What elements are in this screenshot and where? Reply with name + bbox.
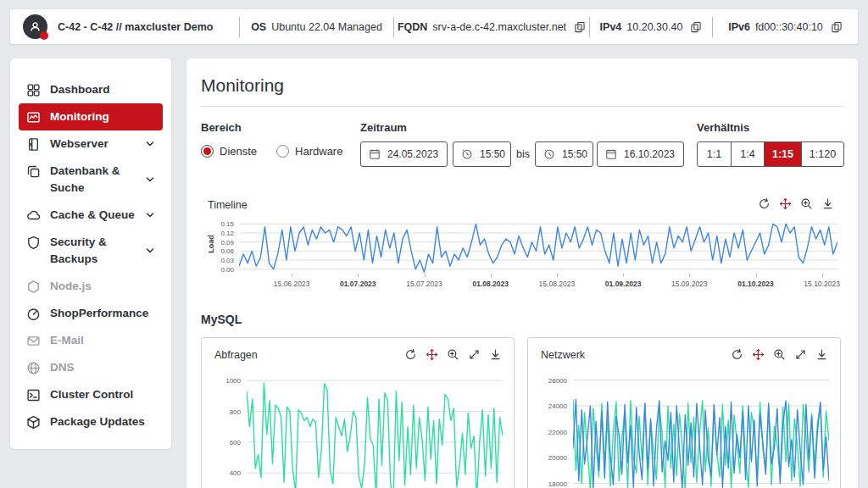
sidebar-item-label: Security & Backups — [50, 234, 136, 268]
bis-label: bis — [516, 148, 530, 160]
move-icon — [752, 348, 765, 361]
netzwerk-chart[interactable] — [573, 374, 829, 488]
radio-dot — [276, 145, 289, 158]
y-tick-label: 0.00 — [220, 265, 234, 273]
sidebar-item-label: Datenbank & Suche — [50, 163, 136, 197]
ratio-button-1-1[interactable]: 1:1 — [698, 142, 731, 166]
expand-button[interactable] — [794, 348, 807, 361]
move-icon — [779, 197, 792, 210]
radio-hardware[interactable]: Hardware — [276, 145, 342, 158]
person-icon — [28, 19, 42, 34]
time-from-value: 15:50 — [480, 148, 505, 160]
copy-icon[interactable] — [831, 21, 843, 33]
sidebar-item-cache-queue[interactable]: Cache & Queue — [19, 202, 163, 229]
sidebar-item-label: Node.js — [50, 278, 92, 295]
date-to-input[interactable]: 16.10.2023 — [597, 141, 684, 167]
radio-dienste[interactable]: Dienste — [201, 145, 257, 158]
chevron-down-icon — [145, 139, 155, 149]
zoom-in-button[interactable] — [773, 348, 786, 361]
move-button[interactable] — [779, 197, 792, 210]
refresh-icon — [404, 348, 417, 361]
timeline-title: Timeline — [208, 199, 248, 211]
timeline-chart[interactable] — [239, 220, 837, 273]
y-tick-label: 0.15 — [220, 220, 234, 228]
zoom-in-button[interactable] — [447, 348, 459, 361]
sidebar-item-datenbank-suche[interactable]: Datenbank & Suche — [19, 158, 163, 202]
page-title: Monitoring — [201, 75, 284, 96]
cluster-name[interactable]: C-42 - C-42 // maxcluster Demo — [58, 21, 213, 33]
cache-icon — [26, 208, 41, 223]
bereich-filter: Bereich DiensteHardware — [201, 121, 342, 158]
verhaeltnis-filter: Verhältnis 1:11:41:151:120 — [697, 121, 844, 167]
dns-icon — [26, 361, 41, 375]
x-tick-label: 15.08.2023 — [539, 280, 576, 288]
sidebar-item-label: Cluster Control — [50, 386, 133, 403]
x-tick — [425, 274, 426, 277]
sidebar-item-node-js[interactable]: Node.js — [19, 273, 163, 300]
sidebar-item-shopperformance[interactable]: ShopPerformance — [19, 300, 163, 327]
database-icon — [26, 164, 41, 179]
abfragen-chart[interactable] — [247, 374, 503, 488]
move-icon — [426, 348, 438, 361]
sidebar-item-webserver[interactable]: Webserver — [19, 130, 163, 158]
date-to-value: 16.10.2023 — [624, 148, 675, 160]
ipv4-label: IPv4 — [600, 21, 622, 33]
y-tick-label: 400 — [230, 469, 241, 477]
time-to-input[interactable]: 15:50 — [535, 141, 593, 167]
refresh-button[interactable] — [731, 348, 743, 361]
os-section: OS Ubuntu 22.04 Managed — [240, 9, 393, 44]
email-icon — [26, 334, 41, 348]
download-icon — [815, 348, 828, 361]
sidebar-item-label: E-Mail — [50, 332, 84, 349]
sidebar-item-label: DNS — [50, 359, 75, 376]
time-to-value: 15:50 — [562, 148, 587, 160]
webserver-icon — [26, 137, 41, 152]
calendar-icon — [369, 148, 381, 160]
sidebar-item-e-mail[interactable]: E-Mail — [19, 327, 163, 354]
abfragen-title: Abfragen — [214, 349, 258, 361]
refresh-button[interactable] — [758, 197, 771, 210]
zeitraum-filter: Zeitraum 24.05.2023 15:50 bis 15:50 16.1… — [360, 121, 684, 167]
download-button[interactable] — [821, 197, 834, 210]
sidebar-item-cluster-control[interactable]: Cluster Control — [19, 381, 163, 408]
sidebar-item-package-updates[interactable]: Package Updates — [19, 408, 163, 435]
x-tick-label: 15.07.2023 — [406, 280, 442, 288]
timeline-yticks: 0.150.120.090.060.030.00 — [186, 220, 234, 273]
time-from-input[interactable]: 15:50 — [453, 141, 511, 167]
download-icon — [489, 348, 502, 361]
download-icon — [821, 197, 834, 210]
move-button[interactable] — [752, 348, 765, 361]
fqdn-label: FQDN — [398, 21, 427, 33]
ipv6-value: fd00::30:40:10 — [755, 21, 823, 33]
sidebar-item-security-backups[interactable]: Security & Backups — [19, 229, 163, 273]
sidebar-item-monitoring[interactable]: Monitoring — [19, 103, 163, 130]
netzwerk-yticks: 2600024000220002000018000 — [528, 374, 567, 488]
copy-icon[interactable] — [690, 21, 702, 33]
sidebar-item-label: Monitoring — [50, 108, 109, 125]
ratio-button-1-120[interactable]: 1:120 — [801, 142, 843, 166]
chevron-down-icon — [145, 246, 155, 256]
expand-button[interactable] — [468, 348, 481, 361]
download-button[interactable] — [489, 348, 502, 361]
radio-label: Dienste — [220, 145, 257, 158]
sidebar-item-dns[interactable]: DNS — [19, 354, 163, 381]
x-tick — [292, 274, 292, 277]
nodejs-icon — [26, 280, 41, 294]
download-button[interactable] — [815, 348, 828, 361]
ratio-button-1-15[interactable]: 1:15 — [764, 142, 801, 166]
zoom-in-button[interactable] — [800, 197, 813, 210]
sidebar-item-label: Dashboard — [50, 81, 110, 98]
cluster-section: C-42 - C-42 // maxcluster Demo — [10, 9, 239, 44]
move-button[interactable] — [426, 348, 438, 361]
refresh-button[interactable] — [404, 348, 417, 361]
chevron-down-icon — [145, 210, 155, 220]
date-from-input[interactable]: 24.05.2023 — [360, 141, 448, 167]
notification-dot — [40, 31, 48, 40]
ratio-button-1-4[interactable]: 1:4 — [731, 142, 764, 166]
copy-icon[interactable] — [574, 21, 586, 33]
y-tick-label: 1000 — [225, 377, 241, 385]
fqdn-section: FQDN srv-a-de.c-42.maxcluster.net — [394, 9, 589, 44]
user-avatar[interactable] — [23, 14, 47, 39]
sidebar-item-dashboard[interactable]: Dashboard — [19, 76, 163, 103]
zoom-in-icon — [800, 197, 813, 210]
